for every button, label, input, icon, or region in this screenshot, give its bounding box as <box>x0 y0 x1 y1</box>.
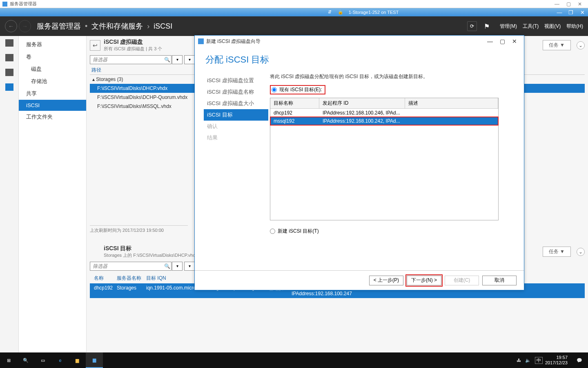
host-close-button[interactable]: ✕ <box>574 1 586 7</box>
wizard-steps: iSCSI 虚拟磁盘位置 iSCSI 虚拟磁盘名称 iSCSI 虚拟磁盘大小 i… <box>195 73 268 265</box>
start-button[interactable]: ⊞ <box>0 352 17 368</box>
wizard-footer: < 上一步(P) 下一步(N) > 创建(C) 取消 <box>195 270 524 290</box>
panel2-title: iSCSI 目标 <box>104 245 198 252</box>
radio-new-target[interactable]: 新建 iSCSI 目标(T) <box>270 228 517 235</box>
sidebar-item-servers[interactable]: 服务器 <box>19 38 86 51</box>
sidebar-item-disks[interactable]: 磁盘 <box>19 63 86 75</box>
panel-back-icon[interactable]: ↩ <box>90 40 100 51</box>
target-row-dhcp192[interactable]: dhcp192 IPAddress:192.168.100.246, IPAd.… <box>270 109 498 117</box>
vdi-minimize-button[interactable]: — <box>554 9 565 16</box>
sidebar-item-shares[interactable]: 共享 <box>19 88 86 100</box>
flag-icon[interactable]: ⚑ <box>482 21 492 31</box>
app-title: 服务器管理器 <box>10 1 37 7</box>
step-target[interactable]: iSCSI 目标 <box>204 109 268 121</box>
tcol-desc[interactable]: 描述 <box>405 98 498 108</box>
rail-file-services-icon[interactable] <box>5 83 13 91</box>
vdi-titlebar: ⇵ 🔒 1-Storage1-252 on TEST — ❐ ✕ <box>0 8 588 16</box>
wizard-titlebar[interactable]: 新建 iSCSI 虚拟磁盘向导 — ▢ ✕ <box>195 36 524 47</box>
taskbar-explorer-icon[interactable]: ▆ <box>69 352 86 368</box>
wizard-next-button[interactable]: 下一步(N) > <box>407 276 441 285</box>
task-view-icon[interactable]: ▭ <box>34 352 51 368</box>
chevron-right-icon: • <box>85 22 87 31</box>
col-name[interactable]: 名称 <box>92 275 115 282</box>
breadcrumb-files[interactable]: 文件和存储服务 <box>91 21 143 31</box>
search-icon[interactable]: 🔍 <box>164 263 170 269</box>
panel1-collapse-button[interactable]: ⌄ <box>577 41 585 49</box>
panel1-refresh-note: 上次刷新时间为 2017/12/23 19:50:00 <box>90 225 188 235</box>
breadcrumb-root[interactable]: 服务器管理器 <box>37 21 81 31</box>
rail-dashboard-icon[interactable] <box>5 39 13 47</box>
step-confirm: 确认 <box>204 121 268 132</box>
rail-local-server-icon[interactable] <box>5 54 13 61</box>
sidebar-item-pools[interactable]: 存储池 <box>19 75 86 88</box>
taskbar-search-icon[interactable]: 🔍 <box>17 352 34 368</box>
tray-network-icon[interactable]: 🖧 <box>517 358 521 363</box>
menu-tools[interactable]: 工具(T) <box>523 23 539 30</box>
vdi-title: 1-Storage1-252 on TEST <box>349 10 399 15</box>
panel1-filter-dd1[interactable]: ▾ <box>172 55 183 64</box>
wizard-maximize-button[interactable]: ▢ <box>496 38 508 45</box>
breadcrumb-iscsi[interactable]: iSCSI <box>154 22 172 31</box>
taskbar-server-manager-icon[interactable]: ▆ <box>86 352 103 368</box>
wizard-description: 将此 iSCSI 虚拟磁盘分配给现有的 iSCSI 目标，或为该磁盘创建新目标。 <box>270 73 517 80</box>
radio-existing-target[interactable]: 现有 iSCSI 目标(E): <box>270 85 325 94</box>
panel1-filter-input[interactable] <box>90 55 172 64</box>
tray-volume-icon[interactable]: 🔈 <box>525 358 531 363</box>
action-center-icon[interactable]: 💬 <box>571 352 588 368</box>
target-row-mssql192[interactable]: mssql192 IPAddress:192.168.100.242, IPAd… <box>270 117 498 125</box>
windows-taskbar[interactable]: ⊞ 🔍 ▭ ｅ ▆ ▆ 🖧 🔈 中 19:57 2017/12/23 💬 <box>0 352 588 368</box>
host-minimize-button[interactable]: — <box>551 1 563 7</box>
step-name[interactable]: iSCSI 虚拟磁盘名称 <box>204 86 268 98</box>
wizard-cancel-button[interactable]: 取消 <box>482 276 517 285</box>
sidebar: 服务器 卷 磁盘 存储池 共享 iSCSI 工作文件夹 <box>19 36 87 352</box>
wizard-prev-button[interactable]: < 上一步(P) <box>369 276 403 285</box>
step-location[interactable]: iSCSI 虚拟磁盘位置 <box>204 75 268 86</box>
rail-all-servers-icon[interactable] <box>5 69 13 76</box>
menu-view[interactable]: 视图(V) <box>544 23 561 30</box>
panel2-filter-input[interactable] <box>90 262 172 271</box>
wizard-minimize-button[interactable]: — <box>484 38 496 45</box>
nav-forward-button[interactable]: → <box>19 20 31 32</box>
existing-targets-table: 目标名称 发起程序 ID 描述 dhcp192 IPAddress:192.16… <box>270 98 499 220</box>
radio-new-label: 新建 iSCSI 目标(T) <box>278 228 319 235</box>
taskbar-clock[interactable]: 19:57 2017/12/23 <box>545 355 571 366</box>
menu-help[interactable]: 帮助(H) <box>566 23 583 30</box>
app-icon <box>2 2 7 7</box>
panel1-filter-dd2[interactable]: ▾ <box>184 55 195 64</box>
taskbar-ie-icon[interactable]: ｅ <box>51 352 69 368</box>
vdi-close-button[interactable]: ✕ <box>577 9 588 16</box>
chevron-right-icon: › <box>147 22 149 31</box>
iscsi-wizard-dialog: 新建 iSCSI 虚拟磁盘向导 — ▢ ✕ 分配 iSCSI 目标 iSCSI … <box>194 35 524 290</box>
wizard-close-button[interactable]: ✕ <box>508 38 521 45</box>
host-maximize-button[interactable]: ▢ <box>563 1 574 7</box>
lock-icon[interactable]: 🔒 <box>338 9 344 16</box>
radio-existing-label: 现有 iSCSI 目标(E): <box>279 86 322 93</box>
server-manager-header: ← → 服务器管理器 • 文件和存储服务 › iSCSI ⟳ ⚑ 管理(M) 工… <box>0 16 588 36</box>
sidebar-item-workfolders[interactable]: 工作文件夹 <box>19 111 86 123</box>
radio-new-input[interactable] <box>270 229 275 234</box>
vdi-restore-button[interactable]: ❐ <box>565 9 577 16</box>
tcol-target[interactable]: 目标名称 <box>270 98 319 108</box>
col-server[interactable]: 服务器名称 <box>115 275 145 282</box>
panel2-filter-dd2[interactable]: ▾ <box>184 262 195 271</box>
radio-existing-input[interactable] <box>272 87 277 92</box>
tray-ime-indicator[interactable]: 中 <box>535 357 543 364</box>
pin-icon[interactable]: ⇵ <box>327 9 333 16</box>
system-tray[interactable]: 🖧 🔈 中 <box>517 357 545 364</box>
panel2-tasks-dropdown[interactable]: 任务 ▼ <box>543 247 571 257</box>
panel1-tasks-dropdown[interactable]: 任务 ▼ <box>543 40 571 50</box>
wizard-app-icon <box>198 38 204 44</box>
step-size[interactable]: iSCSI 虚拟磁盘大小 <box>204 98 268 109</box>
panel2-subtitle: Storages 上的 F:\iSCSIVirtualDisks\DHCP.vh… <box>104 252 198 258</box>
wizard-create-button: 创建(C) <box>445 276 479 285</box>
tcol-init[interactable]: 发起程序 ID <box>319 98 405 108</box>
sidebar-item-iscsi[interactable]: iSCSI <box>19 100 86 111</box>
search-icon[interactable]: 🔍 <box>164 57 170 63</box>
menu-manage[interactable]: 管理(M) <box>500 23 517 30</box>
panel2-collapse-button[interactable]: ⌄ <box>577 248 585 256</box>
refresh-icon[interactable]: ⟳ <box>467 21 477 31</box>
panel2-filter-dd1[interactable]: ▾ <box>172 262 183 271</box>
panel1-title: iSCSI 虚拟磁盘 <box>104 38 162 46</box>
nav-back-button[interactable]: ← <box>5 20 17 32</box>
sidebar-item-volumes[interactable]: 卷 <box>19 51 86 63</box>
